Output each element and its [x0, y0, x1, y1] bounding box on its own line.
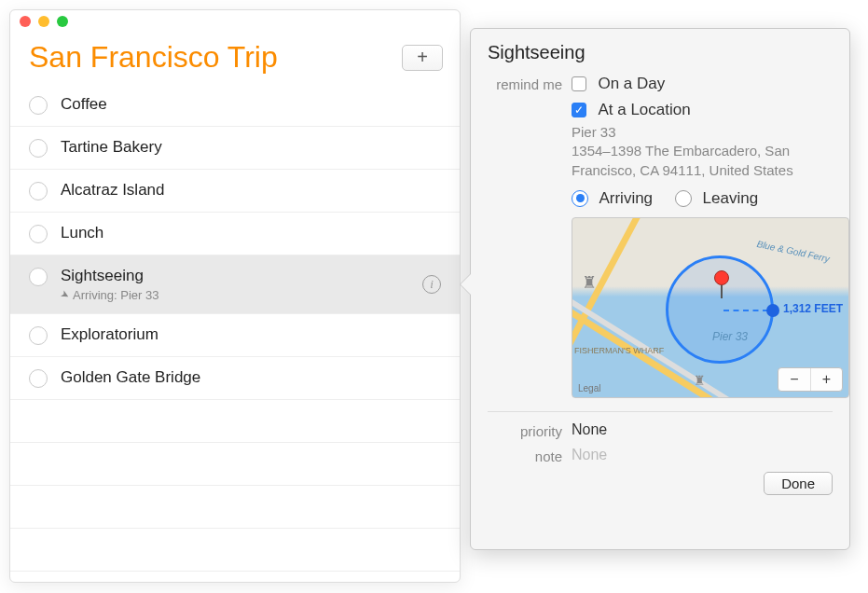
list-item[interactable]: Coffee	[10, 84, 460, 127]
list-item[interactable]: Exploratorium	[10, 314, 460, 357]
list-item[interactable]: Lunch	[10, 213, 460, 255]
geofence-handle[interactable]	[766, 304, 779, 317]
complete-radio[interactable]	[29, 139, 48, 158]
complete-radio[interactable]	[29, 268, 48, 286]
window-minimize-button[interactable]	[38, 16, 49, 27]
empty-row[interactable]	[10, 529, 460, 572]
complete-radio[interactable]	[29, 225, 48, 243]
at-a-location-label: At a Location	[598, 101, 690, 118]
reminder-title: Golden Gate Bridge	[61, 368, 443, 387]
leaving-option[interactable]: Leaving	[675, 189, 758, 208]
window-titlebar	[10, 10, 460, 33]
map-zoom-in-button[interactable]: +	[810, 368, 842, 391]
note-label: note	[488, 447, 572, 464]
add-reminder-button[interactable]: +	[402, 45, 443, 71]
popover-pointer	[461, 273, 472, 296]
location-address: Pier 33 1354–1398 The Embarcadero, San F…	[572, 123, 849, 180]
map-tower-icon: ♜	[582, 272, 597, 293]
arriving-option[interactable]: Arriving	[572, 189, 653, 208]
map-tower-icon: ♜	[694, 373, 706, 388]
note-field[interactable]: None	[572, 447, 607, 462]
reminder-title: Tartine Bakery	[61, 138, 443, 157]
map-water-label: Blue & Gold Ferry	[755, 239, 830, 264]
map-zoom-out-button[interactable]: −	[778, 368, 810, 391]
complete-radio[interactable]	[29, 369, 48, 388]
at-a-location-checkbox[interactable]: ✓	[572, 103, 586, 117]
location-map[interactable]: Blue & Gold Ferry FISHERMAN'S WHARF ♜ ♜ …	[572, 217, 849, 398]
on-a-day-checkbox[interactable]	[572, 76, 586, 91]
remind-me-label: remind me	[488, 75, 572, 398]
reminder-title: Coffee	[61, 95, 443, 114]
reminder-title: Alcatraz Island	[61, 181, 443, 200]
priority-label: priority	[488, 421, 572, 439]
priority-value[interactable]: None	[572, 421, 607, 437]
reminder-subtitle: Arriving: Pier 33	[73, 288, 158, 302]
complete-radio[interactable]	[29, 96, 48, 115]
arriving-radio[interactable]	[572, 190, 588, 207]
reminder-detail-panel: Sightseeing remind me On a Day ✓ At a Lo…	[470, 28, 850, 550]
list-item[interactable]: Tartine Bakery	[10, 127, 460, 170]
window-close-button[interactable]	[20, 16, 31, 27]
location-arrow-icon: ➤	[58, 288, 71, 303]
reminder-title: Lunch	[61, 224, 443, 242]
map-wharf-label: FISHERMAN'S WHARF	[574, 347, 664, 355]
reminder-title: Sightseeing	[61, 267, 443, 285]
map-pier-label: Pier 33	[712, 330, 748, 343]
empty-row[interactable]	[10, 400, 460, 443]
done-button[interactable]: Done	[764, 472, 833, 495]
reminder-info-button[interactable]: i	[422, 275, 441, 294]
detail-title[interactable]: Sightseeing	[488, 42, 833, 63]
map-zoom-control: − +	[778, 367, 843, 392]
reminders-list: CoffeeTartine BakeryAlcatraz IslandLunch…	[10, 84, 460, 572]
geofence-distance: 1,312 FEET	[783, 302, 843, 315]
map-legal-link[interactable]: Legal	[578, 383, 600, 393]
list-item[interactable]: Sightseeing➤Arriving: Pier 33i	[10, 255, 460, 314]
leaving-radio[interactable]	[675, 190, 692, 207]
reminder-title: Exploratorium	[61, 325, 443, 344]
map-pin-icon	[714, 270, 729, 298]
on-a-day-label: On a Day	[598, 75, 665, 92]
list-item[interactable]: Alcatraz Island	[10, 170, 460, 213]
list-title: San Francisco Trip	[29, 40, 278, 75]
empty-row[interactable]	[10, 443, 460, 486]
complete-radio[interactable]	[29, 182, 48, 200]
complete-radio[interactable]	[29, 326, 48, 345]
window-zoom-button[interactable]	[57, 16, 68, 27]
reminders-window: San Francisco Trip + CoffeeTartine Baker…	[9, 9, 461, 583]
list-item[interactable]: Golden Gate Bridge	[10, 357, 460, 400]
empty-row[interactable]	[10, 486, 460, 529]
